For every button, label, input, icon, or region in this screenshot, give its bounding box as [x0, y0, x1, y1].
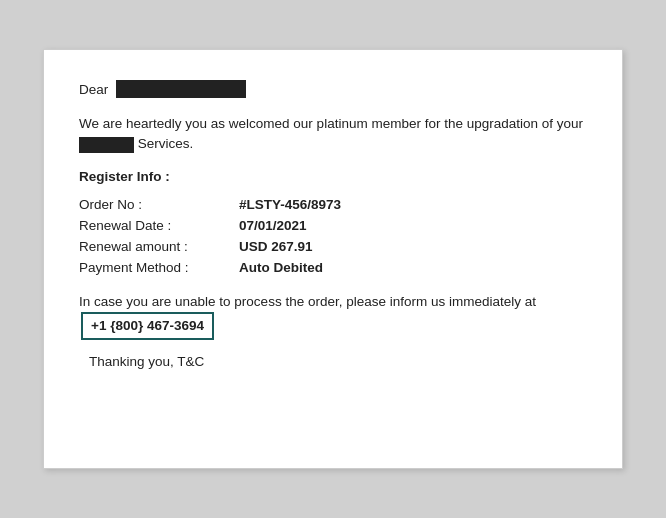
welcome-text-part1: We are heartedly you as welcomed our pla… [79, 116, 583, 131]
payment-method-value: Auto Debited [239, 257, 587, 278]
table-row: Payment Method : Auto Debited [79, 257, 587, 278]
order-label: Order No : [79, 194, 239, 215]
phone-number-box[interactable]: +1 {800} 467-3694 [81, 312, 214, 340]
welcome-line: We are heartedly you as welcomed our pla… [79, 114, 587, 155]
renewal-date-value: 07/01/2021 [239, 215, 587, 236]
register-info-label: Register Info : [79, 169, 587, 184]
process-line: In case you are unable to process the or… [79, 292, 587, 341]
renewal-amount-label: Renewal amount : [79, 236, 239, 257]
process-text: In case you are unable to process the or… [79, 292, 536, 312]
info-table: Order No : #LSTY-456/8973 Renewal Date :… [79, 194, 587, 278]
table-row: Renewal Date : 07/01/2021 [79, 215, 587, 236]
table-row: Renewal amount : USD 267.91 [79, 236, 587, 257]
renewal-date-label: Renewal Date : [79, 215, 239, 236]
payment-method-label: Payment Method : [79, 257, 239, 278]
redacted-name [116, 80, 246, 98]
order-value: #LSTY-456/8973 [239, 194, 587, 215]
welcome-text-part2: Services. [138, 136, 194, 151]
dear-line: Dear [79, 80, 587, 98]
document-container: Dear We are heartedly you as welcomed ou… [43, 49, 623, 469]
thanking-line: Thanking you, T&C [79, 354, 587, 369]
redacted-service [79, 137, 134, 153]
table-row: Order No : #LSTY-456/8973 [79, 194, 587, 215]
renewal-amount-value: USD 267.91 [239, 236, 587, 257]
dear-label: Dear [79, 82, 108, 97]
